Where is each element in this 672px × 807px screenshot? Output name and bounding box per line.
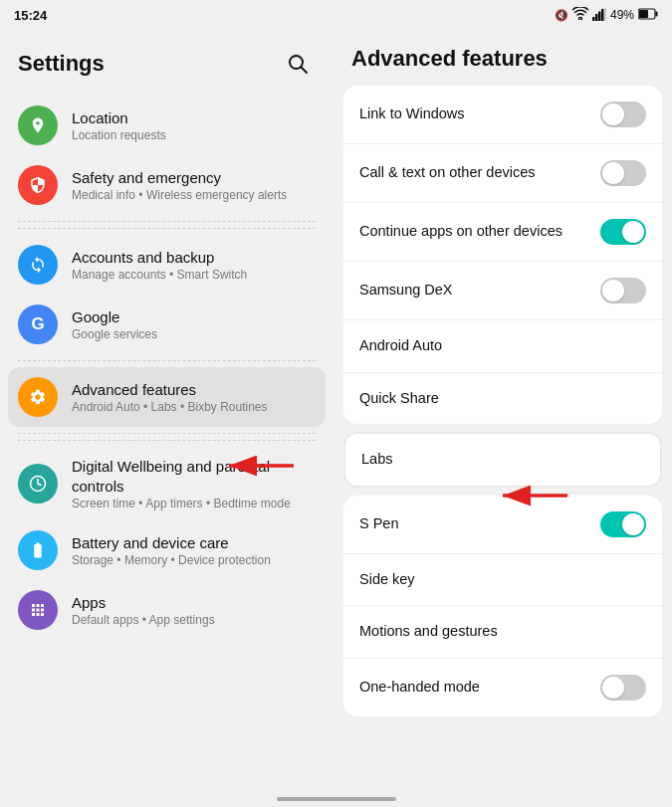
accounts-subtitle: Manage accounts • Smart Switch	[72, 268, 316, 282]
battery-subtitle: Storage • Memory • Device protection	[72, 553, 316, 567]
apps-label: Apps	[72, 593, 316, 613]
battery-icon	[18, 530, 58, 570]
google-text: GoogleGoogle services	[72, 307, 316, 342]
right-panel: Advanced features Link to WindowsCall & …	[334, 28, 672, 807]
left-header: Settings	[0, 28, 334, 96]
sidebar-item-advanced[interactable]: Advanced featuresAndroid Auto • Labs • B…	[8, 367, 326, 427]
feature-item-side-key[interactable]: Side key	[343, 554, 662, 607]
samsung-dex-toggle[interactable]	[600, 278, 646, 303]
apps-icon	[18, 590, 58, 630]
location-icon	[18, 105, 58, 145]
side-key-label: Side key	[359, 570, 646, 590]
feature-group-group1: Link to WindowsCall & text on other devi…	[343, 86, 662, 424]
call-text-toggle[interactable]	[600, 160, 646, 186]
s-pen-label: S Pen	[359, 514, 600, 534]
mute-icon: 🔇	[555, 9, 568, 22]
settings-list: LocationLocation requestsSafety and emer…	[0, 96, 334, 640]
feature-item-samsung-dex[interactable]: Samsung DeX	[343, 262, 662, 320]
feature-item-link-to-windows[interactable]: Link to Windows	[343, 86, 662, 144]
advanced-text: Advanced featuresAndroid Auto • Labs • B…	[72, 380, 316, 415]
svg-rect-1	[595, 14, 598, 21]
feature-item-android-auto[interactable]: Android Auto	[343, 320, 662, 373]
feature-item-one-handed[interactable]: One-handed mode	[343, 659, 662, 716]
settings-title: Settings	[18, 51, 105, 77]
feature-item-motions[interactable]: Motions and gestures	[343, 606, 662, 659]
status-time: 15:24	[14, 8, 47, 23]
advanced-label: Advanced features	[72, 380, 316, 400]
accounts-label: Accounts and backup	[72, 248, 316, 268]
location-text: LocationLocation requests	[72, 108, 316, 143]
divider	[18, 440, 316, 441]
location-label: Location	[72, 108, 316, 128]
svg-rect-0	[592, 17, 595, 21]
feature-item-call-text[interactable]: Call & text on other devices	[343, 144, 662, 203]
battery-icon	[638, 8, 658, 22]
wellbeing-text: Digital Wellbeing and parental controlsS…	[72, 457, 316, 510]
svg-rect-7	[639, 10, 648, 18]
divider	[18, 433, 316, 434]
location-subtitle: Location requests	[72, 128, 316, 142]
sidebar-item-safety[interactable]: Safety and emergencyMedical info • Wirel…	[8, 155, 326, 215]
divider	[18, 228, 316, 229]
feature-item-quick-share[interactable]: Quick Share	[343, 373, 662, 425]
sidebar-item-wellbeing[interactable]: Digital Wellbeing and parental controlsS…	[8, 447, 326, 520]
labs-label: Labs	[361, 450, 644, 470]
battery-text: Battery and device careStorage • Memory …	[72, 533, 316, 568]
call-text-label: Call & text on other devices	[359, 163, 600, 183]
safety-label: Safety and emergency	[72, 168, 316, 188]
continue-apps-label: Continue apps on other devices	[359, 222, 600, 242]
one-handed-toggle[interactable]	[600, 675, 646, 701]
wellbeing-subtitle: Screen time • App timers • Bedtime mode	[72, 497, 316, 510]
right-header: Advanced features	[343, 28, 662, 86]
advanced-features-title: Advanced features	[351, 46, 548, 71]
link-to-windows-label: Link to Windows	[359, 104, 600, 124]
link-to-windows-toggle[interactable]	[600, 101, 646, 127]
svg-line-9	[302, 68, 308, 74]
left-panel: Settings LocationLocation requestsSafety…	[0, 28, 334, 807]
divider	[18, 221, 316, 222]
svg-rect-3	[601, 9, 604, 21]
battery-text: 49%	[610, 8, 634, 22]
accounts-text: Accounts and backupManage accounts • Sma…	[72, 248, 316, 283]
wifi-icon	[572, 7, 588, 23]
apps-subtitle: Default apps • App settings	[72, 613, 316, 627]
safety-text: Safety and emergencyMedical info • Wirel…	[72, 168, 316, 203]
feature-item-continue-apps[interactable]: Continue apps on other devices	[343, 203, 662, 262]
safety-subtitle: Medical info • Wireless emergency alerts	[72, 188, 316, 202]
accounts-icon	[18, 245, 58, 285]
wellbeing-icon	[18, 464, 58, 504]
battery-label: Battery and device care	[72, 533, 316, 553]
signal-icon	[592, 8, 606, 23]
google-icon: G	[18, 304, 58, 344]
svg-rect-4	[604, 8, 606, 21]
google-subtitle: Google services	[72, 327, 316, 341]
sidebar-item-apps[interactable]: AppsDefault apps • App settings	[8, 580, 326, 640]
motions-label: Motions and gestures	[359, 622, 646, 642]
search-button[interactable]	[280, 46, 316, 82]
feature-group-group3: S PenSide keyMotions and gesturesOne-han…	[343, 496, 662, 716]
advanced-icon	[18, 377, 58, 417]
android-auto-label: Android Auto	[359, 336, 646, 356]
feature-group-group2: Labs	[343, 432, 662, 488]
s-pen-toggle[interactable]	[600, 511, 646, 537]
feature-item-s-pen[interactable]: S Pen	[343, 496, 662, 554]
sidebar-item-accounts[interactable]: Accounts and backupManage accounts • Sma…	[8, 235, 326, 295]
advanced-subtitle: Android Auto • Labs • Bixby Routines	[72, 400, 316, 414]
quick-share-label: Quick Share	[359, 389, 646, 409]
feature-item-labs[interactable]: Labs	[345, 434, 660, 486]
one-handed-label: One-handed mode	[359, 678, 600, 698]
divider	[18, 360, 316, 361]
svg-rect-2	[598, 11, 601, 21]
apps-text: AppsDefault apps • App settings	[72, 593, 316, 628]
continue-apps-toggle[interactable]	[600, 219, 646, 245]
wellbeing-label: Digital Wellbeing and parental controls	[72, 457, 316, 496]
samsung-dex-label: Samsung DeX	[359, 281, 600, 301]
google-label: Google	[72, 307, 316, 327]
bottom-bar	[277, 797, 396, 801]
main-layout: Settings LocationLocation requestsSafety…	[0, 28, 672, 807]
status-icons: 🔇 49%	[555, 7, 658, 23]
sidebar-item-battery[interactable]: Battery and device careStorage • Memory …	[8, 520, 326, 580]
right-list: Link to WindowsCall & text on other devi…	[343, 86, 662, 724]
sidebar-item-location[interactable]: LocationLocation requests	[8, 96, 326, 155]
sidebar-item-google[interactable]: GGoogleGoogle services	[8, 295, 326, 354]
